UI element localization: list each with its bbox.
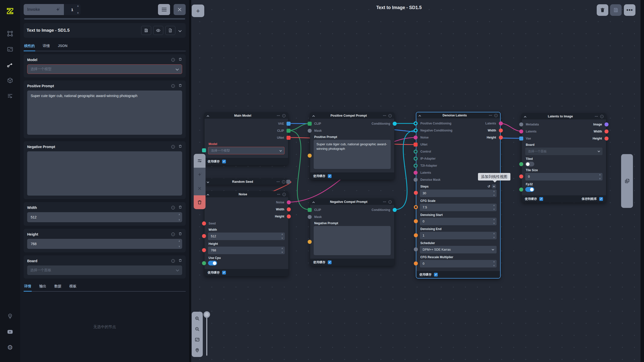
panel-resize-handle[interactable]: [189, 0, 191, 362]
node-positive-compel-prompt[interactable]: Positive Compel Prompt ⋯ CLIP Conditioni…: [310, 112, 394, 180]
youtube-icon[interactable]: [4, 326, 16, 338]
collapse-icon[interactable]: [207, 115, 209, 118]
latents-input-handle[interactable]: [519, 129, 523, 133]
model-input-handle[interactable]: [202, 148, 206, 152]
remove-field-icon[interactable]: [178, 57, 182, 62]
mask-input-handle[interactable]: [308, 215, 312, 219]
latents-input-handle[interactable]: [414, 171, 418, 175]
invoke-button[interactable]: Invoke: [24, 4, 64, 15]
info-icon[interactable]: [171, 259, 175, 263]
steppers[interactable]: ∧∨: [599, 174, 601, 180]
node-locator-button[interactable]: [192, 345, 203, 355]
info-icon[interactable]: [282, 114, 286, 117]
zoom-slider[interactable]: [206, 314, 207, 356]
info-icon[interactable]: [171, 58, 175, 62]
inspector-tab-details[interactable]: 详情: [24, 282, 32, 291]
inspector-tab-template[interactable]: 模板: [69, 282, 77, 291]
info-icon[interactable]: [171, 233, 175, 236]
height-input[interactable]: 768 ∧∨: [208, 247, 285, 254]
node-menu-icon[interactable]: ⋯: [277, 115, 280, 117]
height-output-handle[interactable]: [605, 137, 609, 141]
image-output-handle[interactable]: [605, 122, 609, 126]
fit-view-button[interactable]: [192, 334, 203, 345]
height-output-handle[interactable]: [287, 214, 291, 218]
negative-prompt-textarea[interactable]: [27, 151, 182, 196]
height-input-handle[interactable]: [202, 248, 206, 252]
node-menu-icon[interactable]: ⋯: [489, 115, 492, 116]
node-menu-icon[interactable]: ⋯: [277, 194, 280, 195]
save-workflow-topbar-button[interactable]: [610, 4, 622, 16]
hotkeys-tips-icon[interactable]: [4, 310, 16, 322]
fp32-input-handle[interactable]: [519, 188, 523, 192]
collapse-icon[interactable]: [312, 115, 315, 118]
node-menu-icon[interactable]: ⋯: [383, 115, 386, 117]
mask-input-handle[interactable]: [308, 129, 312, 133]
node-header[interactable]: Positive Compel Prompt ⋯: [310, 113, 394, 119]
node-header[interactable]: Latents to Image ⋯: [522, 113, 606, 119]
remove-field-icon[interactable]: [178, 232, 182, 237]
queue-count-input[interactable]: 1 ∧∨: [64, 4, 80, 15]
open-gallery-panel-button[interactable]: [621, 154, 633, 208]
collapse-icon[interactable]: [524, 116, 527, 118]
info-icon[interactable]: [600, 115, 603, 118]
add-to-linear-view-button[interactable]: +: [492, 184, 496, 189]
width-input[interactable]: 512 ∧∨: [27, 212, 182, 222]
t2i-adapter-input-handle[interactable]: [414, 164, 418, 168]
sidebar-item-workflows[interactable]: [4, 59, 16, 71]
use-cache-checkbox[interactable]: [328, 260, 332, 264]
info-icon[interactable]: [171, 84, 175, 88]
node-header[interactable]: Main Model ⋯: [205, 113, 288, 119]
zoom-slider-knob[interactable]: [204, 311, 210, 318]
node-header[interactable]: Noise ⋯: [205, 191, 288, 197]
tiled-input-handle[interactable]: [519, 162, 523, 166]
node-header[interactable]: Random Seed ⋯: [205, 179, 288, 185]
node-header[interactable]: Negative Compel Prompt ⋯: [310, 199, 394, 205]
height-output-handle[interactable]: [499, 135, 503, 140]
denoise-mask-input-handle[interactable]: [414, 178, 418, 182]
cfg-rescale-input-handle[interactable]: [414, 261, 418, 265]
unet-input-handle[interactable]: [414, 143, 418, 147]
clear-queue-button[interactable]: [194, 195, 206, 209]
node-editor-canvas[interactable]: Text to Image - SD1.5 + •••: [191, 0, 640, 362]
denoising-start-input[interactable]: 0 ∧∨: [420, 218, 497, 225]
ip-adapter-input-handle[interactable]: [414, 157, 418, 161]
cancel-button[interactable]: [174, 4, 186, 15]
new-workflow-button[interactable]: [165, 26, 175, 35]
info-icon[interactable]: [388, 200, 392, 204]
node-noise[interactable]: Noise ⋯ Noise Width Height: [204, 191, 289, 276]
remove-field-icon[interactable]: [178, 205, 182, 210]
collapse-icon[interactable]: [419, 115, 421, 117]
cfg-scale-input[interactable]: 7.5 ∧∨: [420, 204, 497, 211]
steppers[interactable]: ∧∨: [281, 233, 283, 239]
scheduler-select[interactable]: DPM++ SDE Karras: [420, 246, 497, 253]
queue-count-steppers[interactable]: ∧∨: [77, 5, 79, 14]
width-output-handle[interactable]: [605, 129, 609, 133]
node-random-seed[interactable]: Random Seed ⋯: [204, 178, 288, 185]
steps-input[interactable]: 30 ∧∨: [420, 190, 497, 197]
node-denoise-latents[interactable]: Denoise Latents ⋯ Positive Conditioning …: [416, 112, 501, 279]
vae-output-handle[interactable]: [287, 122, 291, 126]
tiled-toggle[interactable]: [525, 162, 534, 166]
noise-input-handle[interactable]: [414, 135, 418, 140]
conditioning-output-handle[interactable]: [393, 208, 397, 212]
settings-gear-icon[interactable]: ⚙: [4, 341, 16, 353]
workflow-more-menu-button[interactable]: •••: [624, 4, 635, 16]
width-output-handle[interactable]: [499, 128, 503, 132]
inspector-tab-outputs[interactable]: 输出: [39, 282, 47, 291]
cfg-scale-input-handle[interactable]: [414, 205, 418, 209]
view-workflow-button[interactable]: [153, 26, 163, 35]
node-menu-icon[interactable]: ⋯: [595, 116, 598, 117]
steppers[interactable]: ∧∨: [493, 261, 495, 267]
inspector-tab-data[interactable]: 数据: [54, 282, 62, 291]
save-workflow-button[interactable]: [141, 26, 151, 35]
collapse-icon[interactable]: [207, 194, 209, 196]
node-main-model[interactable]: Main Model ⋯ VAE CLIP UNet: [204, 112, 288, 165]
latents-output-handle[interactable]: [499, 121, 503, 125]
clip-input-handle[interactable]: [308, 208, 312, 212]
save-to-gallery-checkbox[interactable]: [599, 197, 603, 201]
use-cache-checkbox[interactable]: [222, 271, 226, 275]
node-negative-compel-prompt[interactable]: Negative Compel Prompt ⋯ CLIP Conditioni…: [310, 199, 394, 266]
positive-conditioning-input-handle[interactable]: [414, 121, 418, 125]
collapse-icon[interactable]: [312, 201, 315, 204]
prompt-input-handle[interactable]: [308, 154, 312, 158]
